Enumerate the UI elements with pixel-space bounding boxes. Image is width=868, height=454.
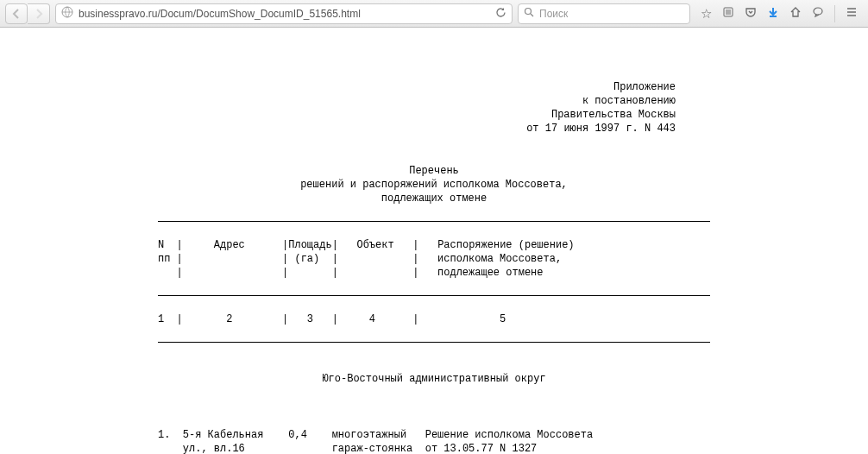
separator [834, 5, 835, 22]
table-header-row: N | Адрес |Площадь| Объект | Распоряжени… [158, 238, 710, 281]
search-icon [524, 7, 534, 20]
url-bar[interactable]: businesspravo.ru/Docum/DocumShow_DocumID… [55, 3, 513, 24]
chat-icon[interactable] [812, 6, 824, 21]
table-row: 1. 5-я Кабельная 0,4 многоэтажный Решени… [158, 428, 710, 454]
download-icon[interactable] [767, 6, 779, 21]
reader-icon[interactable] [722, 6, 734, 21]
forward-button[interactable] [28, 3, 50, 24]
globe-icon [61, 6, 73, 21]
arrow-right-icon [34, 9, 44, 19]
section-heading: Юго-Восточный административный округ [158, 372, 710, 386]
back-button[interactable] [5, 3, 28, 24]
search-placeholder: Поиск [539, 8, 568, 20]
toolbar-right: ☆ [695, 5, 863, 22]
document-title: Перечень решений и распоряжений исполком… [158, 164, 710, 206]
svg-line-2 [531, 14, 533, 16]
url-text: businesspravo.ru/Docum/DocumShow_DocumID… [79, 8, 490, 20]
svg-point-1 [525, 9, 531, 15]
browser-toolbar: businesspravo.ru/Docum/DocumShow_DocumID… [0, 0, 868, 28]
reload-icon[interactable] [495, 7, 506, 21]
svg-point-8 [814, 8, 822, 15]
document: Приложение к постановлению Правительства… [0, 28, 868, 454]
arrow-left-icon [11, 9, 22, 19]
menu-icon[interactable] [846, 6, 858, 21]
star-icon[interactable]: ☆ [701, 6, 712, 22]
home-icon[interactable] [789, 6, 802, 21]
search-bar[interactable]: Поиск [518, 3, 690, 24]
appendix-header: Приложение к постановлению Правительства… [158, 80, 710, 136]
pocket-icon[interactable] [745, 6, 757, 21]
document-viewport: Приложение к постановлению Правительства… [0, 28, 868, 454]
table-number-row: 1 | 2 | 3 | 4 | 5 [158, 312, 710, 326]
